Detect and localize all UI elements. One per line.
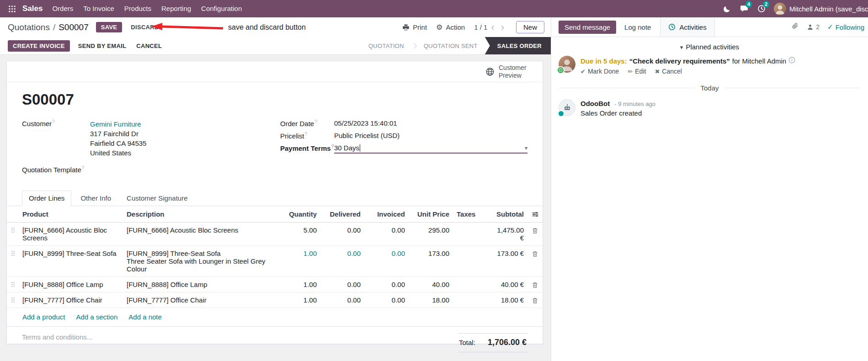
tab-customer-signature[interactable]: Customer Signature xyxy=(120,191,194,206)
order-line-row[interactable]: [FURN_7777] Office Chair [FURN_7777] Off… xyxy=(7,292,543,308)
activity-avatar[interactable] xyxy=(559,56,575,73)
delete-row-icon[interactable] xyxy=(527,223,543,245)
add-a-product-link[interactable]: Add a product xyxy=(22,313,65,321)
apps-grid-icon[interactable] xyxy=(5,0,20,17)
activities-tab[interactable]: Activities xyxy=(660,17,714,37)
order-line-row[interactable]: [FURN_6666] Acoustic Bloc Screens [FURN_… xyxy=(7,223,543,246)
cell-quantity[interactable]: 1.00 xyxy=(277,292,320,308)
user-name[interactable]: Mitchell Admin (save_discar xyxy=(789,5,868,13)
planned-activities-toggle[interactable]: ▾Planned activities xyxy=(551,37,868,55)
menu-item-configuration[interactable]: Configuration xyxy=(196,0,247,17)
cell-quantity[interactable]: 5.00 xyxy=(277,223,320,245)
send-by-email-button[interactable]: SEND BY EMAIL xyxy=(76,40,128,52)
status-sales-order[interactable]: SALES ORDER xyxy=(485,37,551,54)
status-quotation[interactable]: QUOTATION xyxy=(361,37,411,54)
messages-icon[interactable]: 4 xyxy=(735,0,753,17)
col-header-description[interactable]: Description xyxy=(123,206,277,222)
order-line-row[interactable]: [FURN_8888] Office Lamp [FURN_8888] Offi… xyxy=(7,277,543,292)
followers-button[interactable]: 2 xyxy=(807,23,820,31)
action-menu-button[interactable]: ⚙ Action xyxy=(436,23,465,32)
new-button[interactable]: New xyxy=(516,21,544,33)
add-a-section-link[interactable]: Add a section xyxy=(76,313,117,321)
dropdown-caret-icon[interactable]: ▾ xyxy=(525,145,527,151)
cell-taxes[interactable] xyxy=(453,246,489,276)
cell-taxes[interactable] xyxy=(453,292,489,308)
cell-invoiced[interactable]: 0.00 xyxy=(364,292,409,308)
cell-invoiced[interactable]: 0.00 xyxy=(364,246,409,276)
tab-other-info[interactable]: Other Info xyxy=(74,191,117,206)
cancel-activity-button[interactable]: ✖ Cancel xyxy=(655,68,682,75)
menu-item-products[interactable]: Products xyxy=(119,0,156,17)
drag-handle-icon[interactable] xyxy=(7,292,19,308)
create-invoice-button[interactable]: CREATE INVOICE xyxy=(8,40,70,52)
print-button[interactable]: Print xyxy=(402,23,427,31)
dark-mode-moon-icon[interactable] xyxy=(719,0,735,17)
cell-product[interactable]: [FURN_8999] Three-Seat Sofa xyxy=(19,246,123,276)
cell-description[interactable]: [FURN_8888] Office Lamp xyxy=(123,277,277,292)
mark-done-button[interactable]: ✔ Mark Done xyxy=(580,68,619,75)
cell-product[interactable]: [FURN_6666] Acoustic Bloc Screens xyxy=(19,223,123,245)
cell-taxes[interactable] xyxy=(453,277,489,292)
col-header-unit-price[interactable]: Unit Price xyxy=(409,206,453,222)
delete-row-icon[interactable] xyxy=(527,246,543,276)
cell-delivered[interactable]: 0.00 xyxy=(320,277,364,292)
activities-clock-icon[interactable]: 2 xyxy=(753,0,770,17)
customer-link[interactable]: Gemini Furniture xyxy=(90,119,146,129)
cell-delivered[interactable]: 0.00 xyxy=(320,223,364,245)
menu-item-orders[interactable]: Orders xyxy=(47,0,78,17)
cell-delivered[interactable]: 0.00 xyxy=(320,246,364,276)
info-icon[interactable] xyxy=(788,57,795,65)
save-button[interactable]: SAVE xyxy=(96,22,122,32)
customer-preview-button[interactable]: Customer Preview xyxy=(485,64,532,79)
col-header-invoiced[interactable]: Invoiced xyxy=(364,206,409,222)
cell-invoiced[interactable]: 0.00 xyxy=(364,277,409,292)
cell-invoiced[interactable]: 0.00 xyxy=(364,223,409,245)
cell-product[interactable]: [FURN_8888] Office Lamp xyxy=(19,277,123,292)
terms-and-conditions-placeholder[interactable]: Terms and conditions... xyxy=(22,333,92,352)
pager-previous-icon[interactable]: ‹ xyxy=(488,22,497,32)
log-note-button[interactable]: Log note xyxy=(624,23,651,31)
col-header-subtotal[interactable]: Subtotal xyxy=(489,206,527,222)
drag-handle-icon[interactable] xyxy=(7,277,19,292)
cell-description[interactable]: [FURN_6666] Acoustic Bloc Screens xyxy=(123,223,277,245)
add-a-note-link[interactable]: Add a note xyxy=(128,313,162,321)
cell-product[interactable]: [FURN_7777] Office Chair xyxy=(19,292,123,308)
message-author[interactable]: OdooBot xyxy=(580,100,610,107)
send-message-button[interactable]: Send message xyxy=(559,21,616,34)
cell-delivered[interactable]: 0.00 xyxy=(320,292,364,308)
cell-unit-price[interactable]: 173.00 xyxy=(409,246,453,276)
breadcrumb-quotations-link[interactable]: Quotations xyxy=(8,22,50,32)
delete-row-icon[interactable] xyxy=(527,277,543,292)
order-date-value[interactable]: 05/25/2023 15:40:01 xyxy=(334,119,397,127)
col-header-product[interactable]: Product xyxy=(19,206,123,222)
user-avatar[interactable] xyxy=(774,3,786,15)
attachment-paperclip-icon[interactable] xyxy=(792,22,799,32)
following-button[interactable]: ✓ Following xyxy=(827,23,864,31)
delete-row-icon[interactable] xyxy=(527,292,543,308)
pricelist-value[interactable]: Public Pricelist (USD) xyxy=(334,132,399,140)
tab-order-lines[interactable]: Order Lines xyxy=(22,191,71,206)
cancel-button[interactable]: CANCEL xyxy=(134,40,164,52)
menu-item-reporting[interactable]: Reporting xyxy=(156,0,196,17)
status-quotation-sent[interactable]: QUOTATION SENT xyxy=(416,37,485,54)
col-header-delivered[interactable]: Delivered xyxy=(320,206,364,222)
drag-handle-icon[interactable] xyxy=(7,223,19,245)
odoobot-avatar[interactable] xyxy=(559,99,575,116)
edit-activity-button[interactable]: ✏ Edit xyxy=(628,68,646,75)
payment-terms-input[interactable]: 30 Days ▾ xyxy=(334,144,527,154)
optional-columns-icon[interactable] xyxy=(527,206,543,222)
col-header-quantity[interactable]: Quantity xyxy=(277,206,320,222)
cell-description[interactable]: [FURN_7777] Office Chair xyxy=(123,292,277,308)
app-name[interactable]: Sales xyxy=(22,4,43,13)
cell-unit-price[interactable]: 18.00 xyxy=(409,292,453,308)
pager-next-icon[interactable]: › xyxy=(498,22,507,32)
menu-item-to-invoice[interactable]: To Invoice xyxy=(78,0,119,17)
cell-taxes[interactable] xyxy=(453,223,489,245)
cell-unit-price[interactable]: 40.00 xyxy=(409,277,453,292)
drag-handle-icon[interactable] xyxy=(7,246,19,276)
cell-description[interactable]: [FURN_8999] Three-Seat SofaThree Seater … xyxy=(123,246,277,276)
col-header-taxes[interactable]: Taxes xyxy=(453,206,489,222)
order-line-row[interactable]: [FURN_8999] Three-Seat Sofa [FURN_8999] … xyxy=(7,246,543,277)
cell-unit-price[interactable]: 295.00 xyxy=(409,223,453,245)
cell-quantity[interactable]: 1.00 xyxy=(277,277,320,292)
